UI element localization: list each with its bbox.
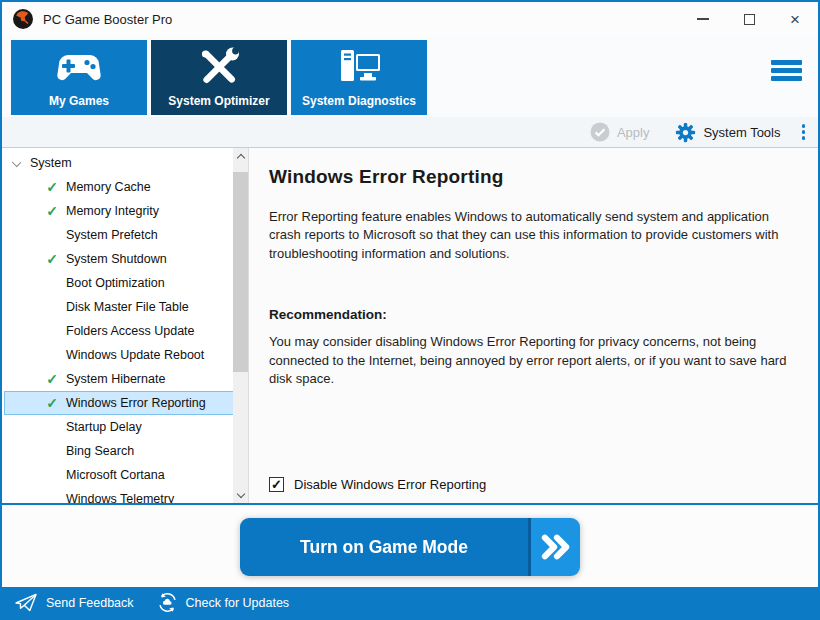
sidebar-item-label: Startup Delay bbox=[66, 420, 142, 434]
sidebar-item-microsoft-cortana[interactable]: Microsoft Cortana bbox=[4, 463, 234, 487]
sidebar-item-label: Folders Access Update bbox=[66, 324, 195, 338]
tab-label: My Games bbox=[49, 94, 109, 108]
tab-system-optimizer[interactable]: System Optimizer bbox=[151, 40, 287, 115]
game-mode-button-label: Turn on Game Mode bbox=[240, 518, 528, 576]
close-icon: × bbox=[790, 11, 800, 28]
gamepad-icon bbox=[11, 40, 147, 94]
sidebar-item-system-hibernate[interactable]: ✓ System Hibernate bbox=[4, 367, 234, 391]
sidebar-item-windows-error-reporting[interactable]: ✓ Windows Error Reporting bbox=[4, 391, 234, 415]
tab-label: System Diagnostics bbox=[302, 94, 416, 108]
sidebar-item-memory-integrity[interactable]: ✓ Memory Integrity bbox=[4, 199, 234, 223]
check-icon: ✓ bbox=[43, 203, 61, 219]
check-icon: ✓ bbox=[43, 371, 61, 387]
tools-icon bbox=[151, 40, 287, 94]
game-mode-strip: Turn on Game Mode bbox=[2, 503, 818, 585]
close-button[interactable]: × bbox=[772, 2, 818, 36]
toolbar: Apply System Tools bbox=[2, 117, 818, 148]
chevron-down-icon[interactable] bbox=[12, 158, 21, 167]
sidebar-group-label: System bbox=[30, 156, 72, 170]
sidebar-item-system-prefetch[interactable]: System Prefetch bbox=[4, 223, 234, 247]
chevron-up-icon bbox=[236, 153, 244, 161]
tab-label: System Optimizer bbox=[168, 94, 269, 108]
sidebar-item-disk-master-file-table[interactable]: Disk Master File Table bbox=[4, 295, 234, 319]
tab-system-diagnostics[interactable]: System Diagnostics bbox=[291, 40, 427, 115]
title-bar: PC Game Booster Pro × bbox=[2, 2, 818, 36]
sidebar-item-boot-optimization[interactable]: Boot Optimization bbox=[4, 271, 234, 295]
apply-label: Apply bbox=[617, 125, 650, 140]
page-title: Windows Error Reporting bbox=[269, 166, 798, 188]
menu-bar bbox=[771, 60, 802, 65]
menu-bar bbox=[771, 68, 802, 73]
maximize-icon bbox=[744, 14, 755, 25]
sidebar-item-label: System Prefetch bbox=[66, 228, 158, 242]
menu-bar bbox=[771, 76, 802, 81]
scroll-down-button[interactable] bbox=[233, 487, 248, 503]
checkbox-check-icon[interactable]: ✓ bbox=[269, 477, 284, 492]
app-window: PC Game Booster Pro × My Games bbox=[0, 0, 820, 620]
check-icon: ✓ bbox=[43, 179, 61, 195]
menu-icon[interactable] bbox=[771, 60, 802, 84]
sidebar: System ✓ Memory Cache ✓ Memory Integrity… bbox=[2, 148, 249, 503]
system-tools-button[interactable]: System Tools bbox=[675, 122, 780, 143]
check-icon: ✓ bbox=[43, 395, 61, 411]
body: System ✓ Memory Cache ✓ Memory Integrity… bbox=[2, 148, 818, 503]
tab-my-games[interactable]: My Games bbox=[11, 40, 147, 115]
app-title: PC Game Booster Pro bbox=[43, 12, 172, 27]
sidebar-item-label: Memory Integrity bbox=[66, 204, 159, 218]
sidebar-group-system[interactable]: System bbox=[2, 151, 248, 175]
check-updates-label: Check for Updates bbox=[186, 596, 290, 610]
sidebar-item-bing-search[interactable]: Bing Search bbox=[4, 439, 234, 463]
sidebar-item-label: Microsoft Cortana bbox=[66, 468, 165, 482]
check-updates-button[interactable]: Check for Updates bbox=[157, 592, 290, 613]
kebab-icon[interactable] bbox=[798, 122, 810, 142]
maximize-button[interactable] bbox=[726, 2, 772, 36]
check-icon: ✓ bbox=[43, 251, 61, 267]
gear-icon bbox=[675, 122, 696, 143]
sidebar-item-label: Memory Cache bbox=[66, 180, 151, 194]
tab-strip: My Games System Optimizer bbox=[2, 36, 818, 117]
recommendation-text: You may consider disabling Windows Error… bbox=[269, 333, 798, 388]
minimize-icon bbox=[697, 18, 709, 20]
system-tools-label: System Tools bbox=[703, 125, 780, 140]
sidebar-item-label: Disk Master File Table bbox=[66, 300, 189, 314]
sidebar-item-windows-telemetry[interactable]: Windows Telemetry bbox=[4, 487, 234, 503]
app-logo-icon bbox=[12, 8, 34, 30]
window-controls: × bbox=[680, 2, 818, 36]
refresh-icon bbox=[157, 592, 178, 613]
minimize-button[interactable] bbox=[680, 2, 726, 36]
apply-button[interactable]: Apply bbox=[590, 122, 650, 142]
disable-error-reporting-checkbox[interactable]: ✓ Disable Windows Error Reporting bbox=[269, 477, 486, 492]
paper-plane-icon bbox=[14, 593, 38, 612]
apply-check-icon bbox=[590, 122, 610, 142]
settings-tree: System ✓ Memory Cache ✓ Memory Integrity… bbox=[2, 148, 248, 503]
sidebar-item-label: System Hibernate bbox=[66, 372, 165, 386]
sidebar-scrollbar[interactable] bbox=[233, 148, 248, 503]
status-bar: Send Feedback Check for Updates bbox=[2, 587, 818, 618]
sidebar-item-label: Windows Error Reporting bbox=[66, 396, 206, 410]
sidebar-item-label: System Shutdown bbox=[66, 252, 167, 266]
sidebar-item-memory-cache[interactable]: ✓ Memory Cache bbox=[4, 175, 234, 199]
sidebar-item-windows-update-reboot[interactable]: Windows Update Reboot bbox=[4, 343, 234, 367]
sidebar-item-label: Boot Optimization bbox=[66, 276, 165, 290]
scrollbar-thumb[interactable] bbox=[233, 172, 248, 372]
sidebar-item-startup-delay[interactable]: Startup Delay bbox=[4, 415, 234, 439]
sidebar-item-folders-access-update[interactable]: Folders Access Update bbox=[4, 319, 234, 343]
double-chevron-icon bbox=[528, 518, 580, 576]
chevron-down-icon bbox=[236, 489, 244, 497]
description-text: Error Reporting feature enables Windows … bbox=[269, 208, 798, 263]
send-feedback-button[interactable]: Send Feedback bbox=[14, 593, 134, 612]
turn-on-game-mode-button[interactable]: Turn on Game Mode bbox=[240, 518, 580, 576]
checkbox-label: Disable Windows Error Reporting bbox=[294, 477, 486, 492]
sidebar-item-label: Windows Telemetry bbox=[66, 492, 174, 503]
send-feedback-label: Send Feedback bbox=[46, 596, 134, 610]
diagnostics-icon bbox=[291, 40, 427, 94]
scroll-up-button[interactable] bbox=[233, 148, 248, 164]
sidebar-item-system-shutdown[interactable]: ✓ System Shutdown bbox=[4, 247, 234, 271]
recommendation-heading: Recommendation: bbox=[269, 307, 798, 322]
content-panel: Windows Error Reporting Error Reporting … bbox=[249, 148, 818, 503]
sidebar-item-label: Windows Update Reboot bbox=[66, 348, 204, 362]
sidebar-item-label: Bing Search bbox=[66, 444, 134, 458]
